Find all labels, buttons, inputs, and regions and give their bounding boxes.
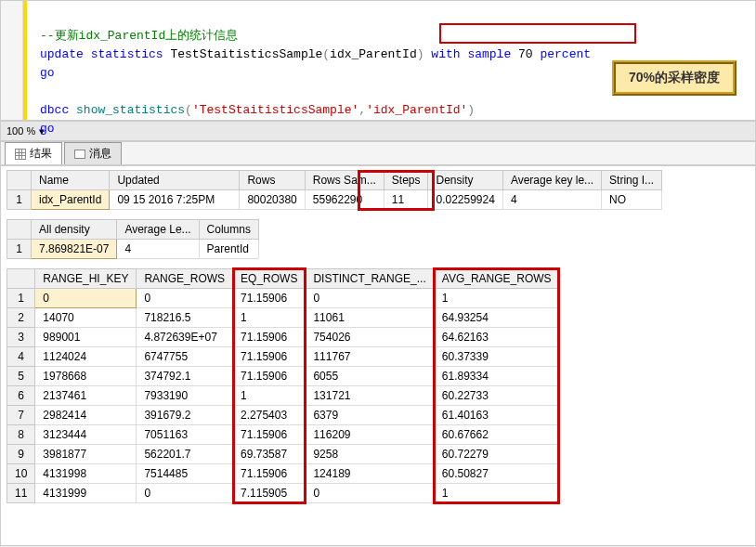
cell[interactable]: 4 bbox=[502, 190, 601, 210]
col-rows[interactable]: Rows bbox=[240, 171, 305, 190]
cell[interactable]: idx_ParentId bbox=[32, 190, 110, 210]
cell[interactable]: 2.275403 bbox=[233, 406, 306, 425]
zoom-value[interactable]: 100 % bbox=[7, 125, 35, 137]
cell[interactable]: 1 bbox=[233, 308, 306, 328]
table-row[interactable]: 214070718216.511106164.93254 bbox=[7, 308, 560, 328]
cell[interactable]: 71.15906 bbox=[233, 425, 306, 445]
col-avg-range-rows[interactable]: AVG_RANGE_ROWS bbox=[434, 269, 559, 289]
col-avg-key-length[interactable]: Average key le... bbox=[502, 171, 601, 190]
cell[interactable]: 754026 bbox=[306, 328, 434, 347]
cell[interactable]: ParentId bbox=[199, 240, 258, 259]
col-range-rows[interactable]: RANGE_ROWS bbox=[137, 269, 233, 289]
table-row[interactable]: 621374617933190113172160.22733 bbox=[7, 386, 560, 406]
cell[interactable]: 60.67662 bbox=[434, 425, 559, 445]
table-row[interactable]: 11413199907.11590501 bbox=[7, 484, 560, 503]
cell[interactable]: 9258 bbox=[306, 445, 434, 464]
cell[interactable]: 0 bbox=[137, 289, 233, 308]
col-name[interactable]: Name bbox=[32, 171, 110, 190]
cell[interactable]: 80020380 bbox=[240, 190, 305, 210]
cell[interactable]: 3123444 bbox=[35, 425, 137, 445]
cell[interactable]: 71.15906 bbox=[233, 347, 306, 367]
cell[interactable]: 14070 bbox=[35, 308, 137, 328]
cell[interactable]: 61.40163 bbox=[434, 406, 559, 425]
cell[interactable]: 09 15 2016 7:25PM bbox=[110, 190, 240, 210]
table-row[interactable]: 104131998751448571.1590612418960.50827 bbox=[7, 464, 560, 484]
cell[interactable]: 4131998 bbox=[35, 464, 137, 484]
cell[interactable]: 64.62163 bbox=[434, 328, 559, 347]
cell[interactable]: 989001 bbox=[35, 328, 137, 347]
cell[interactable]: 124189 bbox=[306, 464, 434, 484]
cell[interactable]: 71.15906 bbox=[233, 367, 306, 386]
cell[interactable]: 60.37339 bbox=[434, 347, 559, 367]
cell[interactable]: 7051163 bbox=[137, 425, 233, 445]
col-steps[interactable]: Steps bbox=[384, 171, 428, 190]
cell[interactable]: 60.50827 bbox=[434, 464, 559, 484]
cell[interactable]: 11061 bbox=[306, 308, 434, 328]
cell[interactable]: 374792.1 bbox=[137, 367, 233, 386]
cell[interactable]: 718216.5 bbox=[137, 308, 233, 328]
cell[interactable]: 7933190 bbox=[137, 386, 233, 406]
table-row[interactable]: 10071.1590601 bbox=[7, 289, 560, 308]
cell[interactable]: 1 bbox=[434, 289, 559, 308]
cell[interactable]: 0 bbox=[137, 484, 233, 503]
col-density[interactable]: Density bbox=[428, 171, 502, 190]
cell[interactable]: 60.72279 bbox=[434, 445, 559, 464]
cell[interactable]: 7.115905 bbox=[233, 484, 306, 503]
cell[interactable]: 64.93254 bbox=[434, 308, 559, 328]
cell[interactable]: 55962290 bbox=[305, 190, 384, 210]
table-row[interactable]: 41124024674775571.1590611176760.37339 bbox=[7, 347, 560, 367]
table-row[interactable]: 72982414391679.22.275403637961.40163 bbox=[7, 406, 560, 425]
cell[interactable]: 111767 bbox=[306, 347, 434, 367]
cell[interactable]: 71.15906 bbox=[233, 289, 306, 308]
col-string-index[interactable]: String I... bbox=[602, 171, 662, 190]
cell[interactable]: 1124024 bbox=[35, 347, 137, 367]
tab-messages[interactable]: 消息 bbox=[64, 142, 122, 164]
cell[interactable]: 1 bbox=[233, 386, 306, 406]
cell[interactable]: 391679.2 bbox=[137, 406, 233, 425]
cell[interactable]: 1 bbox=[434, 484, 559, 503]
cell[interactable]: 6055 bbox=[306, 367, 434, 386]
cell[interactable]: 3981877 bbox=[35, 445, 137, 464]
table-row[interactable]: 39890014.872639E+0771.1590675402664.6216… bbox=[7, 328, 560, 347]
cell[interactable]: 0 bbox=[306, 289, 434, 308]
col-columns[interactable]: Columns bbox=[199, 220, 258, 240]
cell[interactable]: 11 bbox=[384, 190, 428, 210]
cell[interactable]: 131721 bbox=[306, 386, 434, 406]
col-updated[interactable]: Updated bbox=[110, 171, 240, 190]
tab-results[interactable]: 结果 bbox=[5, 142, 62, 164]
cell[interactable]: 2137461 bbox=[35, 386, 137, 406]
col-eq-rows[interactable]: EQ_ROWS bbox=[233, 269, 306, 289]
cell[interactable]: 71.15906 bbox=[233, 328, 306, 347]
cell[interactable]: 60.22733 bbox=[434, 386, 559, 406]
cell[interactable]: 7514485 bbox=[137, 464, 233, 484]
cell[interactable]: 0 bbox=[35, 289, 137, 308]
table-row[interactable]: 51978668374792.171.15906605561.89334 bbox=[7, 367, 560, 386]
cell[interactable]: 6747755 bbox=[137, 347, 233, 367]
cell[interactable]: 116209 bbox=[306, 425, 434, 445]
cell[interactable]: 4131999 bbox=[35, 484, 137, 503]
table-row[interactable]: 1 7.869821E-07 4 ParentId bbox=[7, 240, 259, 259]
cell[interactable]: 69.73587 bbox=[233, 445, 306, 464]
cell[interactable]: 2982414 bbox=[35, 406, 137, 425]
cell[interactable]: 562201.7 bbox=[137, 445, 233, 464]
cell[interactable]: 4 bbox=[117, 240, 199, 259]
col-range-hi-key[interactable]: RANGE_HI_KEY bbox=[35, 269, 137, 289]
col-rows-sampled[interactable]: Rows Sam... bbox=[305, 171, 384, 190]
cell[interactable]: NO bbox=[602, 190, 662, 210]
cell[interactable]: 4.872639E+07 bbox=[137, 328, 233, 347]
col-avg-length[interactable]: Average Le... bbox=[117, 220, 199, 240]
sql-editor[interactable]: --更新idx_ParentId上的统计信息 update statistics… bbox=[0, 0, 756, 121]
cell[interactable]: 0 bbox=[306, 484, 434, 503]
results-pane[interactable]: Name Updated Rows Rows Sam... Steps Dens… bbox=[0, 165, 756, 546]
table-row[interactable]: 83123444705116371.1590611620960.67662 bbox=[7, 425, 560, 445]
cell[interactable]: 7.869821E-07 bbox=[32, 240, 117, 259]
table-row[interactable]: 1 idx_ParentId 09 15 2016 7:25PM 8002038… bbox=[7, 190, 662, 210]
cell[interactable]: 0.02259924 bbox=[428, 190, 502, 210]
col-distinct-range[interactable]: DISTINCT_RANGE_... bbox=[306, 269, 434, 289]
table-row[interactable]: 93981877562201.769.73587925860.72279 bbox=[7, 445, 560, 464]
cell[interactable]: 6379 bbox=[306, 406, 434, 425]
cell[interactable]: 61.89334 bbox=[434, 367, 559, 386]
col-all-density[interactable]: All density bbox=[32, 220, 117, 240]
cell[interactable]: 1978668 bbox=[35, 367, 137, 386]
cell[interactable]: 71.15906 bbox=[233, 464, 306, 484]
